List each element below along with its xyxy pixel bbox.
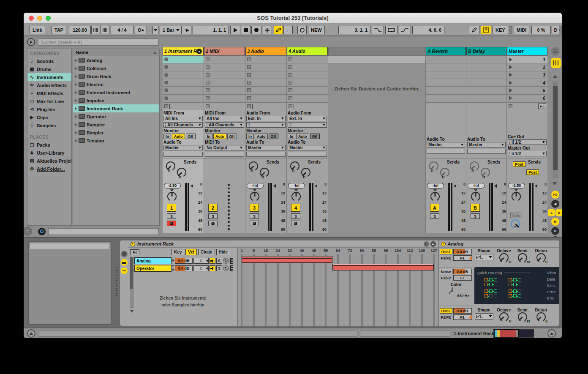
track-delay-field[interactable] [288, 152, 327, 157]
routing-option[interactable] [485, 289, 498, 298]
chain-row[interactable]: Analog0.0 dBCS↻ [134, 257, 237, 265]
pan-knob[interactable] [430, 192, 440, 201]
hide-zone-button[interactable]: Hide [216, 249, 231, 255]
clip-square-icon[interactable] [206, 96, 210, 100]
clip-square-icon[interactable] [289, 96, 292, 100]
save-preset-icon[interactable]: ● [430, 241, 436, 247]
chain-scrollbar[interactable] [130, 257, 133, 308]
hot-swap-icon[interactable]: ↻ [424, 241, 429, 247]
key-zone-button[interactable]: Key [172, 249, 184, 255]
pan-knob[interactable] [471, 192, 480, 201]
browser-item[interactable]: Electric [73, 80, 159, 88]
track-delay-field[interactable] [427, 149, 465, 154]
auto-select-button[interactable] [130, 249, 139, 255]
expand-icon[interactable] [75, 99, 77, 102]
computer-midi-keyboard-button[interactable] [481, 26, 491, 34]
clip-slot[interactable] [204, 56, 245, 63]
back-to-arrangement-button[interactable]: ≡ [538, 104, 546, 109]
monitor-in-button[interactable]: In [163, 134, 171, 139]
clip-slot[interactable] [163, 79, 204, 87]
input-type-menu[interactable]: Ext. In [288, 116, 327, 121]
volume-field[interactable]: -2.50 [508, 183, 525, 188]
solo-button[interactable]: S [430, 213, 439, 219]
capture-new-scene-button[interactable]: NEW [308, 26, 325, 34]
volume-field[interactable]: -Inf [247, 183, 264, 188]
record-button[interactable] [251, 26, 261, 34]
clip-square-icon[interactable] [289, 65, 292, 69]
scroll-up-icon[interactable] [553, 75, 557, 78]
track-activator[interactable]: B [471, 204, 480, 212]
search-input[interactable] [38, 38, 159, 46]
velocity-zone-editor[interactable]: 181624324048566472808896104112120127 [237, 248, 438, 326]
sends-section-toggle[interactable]: ◀ [551, 200, 559, 208]
clip-slot[interactable] [245, 63, 286, 71]
input-channel-menu[interactable]: All Channels [163, 122, 203, 128]
preview-headphone-icon[interactable]: Ω [38, 228, 46, 235]
clip-slot[interactable] [163, 56, 204, 63]
clip-slot[interactable] [204, 63, 245, 71]
routing-option[interactable] [509, 289, 522, 298]
output-type-menu[interactable]: Master [288, 145, 327, 150]
clip-square-icon[interactable] [247, 73, 251, 77]
monitor-auto-button[interactable]: Auto [213, 134, 226, 139]
osc2-toggle[interactable]: Osc2 [440, 308, 452, 314]
routing-option[interactable] [509, 278, 522, 287]
clip-slot[interactable] [163, 95, 204, 102]
chain-name[interactable]: Operator [134, 265, 172, 272]
place-item-packs[interactable]: ▢Packs [27, 141, 71, 149]
output-type-menu[interactable]: Master [427, 142, 465, 147]
browser-item[interactable]: Collision [73, 64, 159, 72]
scene-play-icon[interactable] [509, 73, 512, 77]
rack-title-bar[interactable]: Instrument Rack ↻ ● [128, 240, 438, 248]
arrangement-view-selector[interactable] [551, 47, 560, 56]
monitor-off-button[interactable]: Off [269, 134, 278, 139]
nudge-up-button[interactable] [101, 26, 109, 34]
clip-slot[interactable] [287, 95, 328, 102]
clip-slot[interactable] [287, 56, 328, 63]
clip-square-icon[interactable] [289, 73, 292, 77]
mixer-section-toggle[interactable]: M [551, 218, 559, 226]
osc1-shape-menu[interactable] [475, 254, 493, 260]
panel-resize-handle[interactable] [116, 268, 117, 297]
sends-returns-toggles[interactable]: SR [548, 209, 562, 216]
stop-button[interactable] [241, 26, 251, 34]
zoom-window-button[interactable] [46, 16, 51, 21]
noise-level[interactable]: 0.0 dB [453, 269, 472, 274]
key-map-button[interactable]: KEY [493, 26, 508, 34]
track-activator[interactable]: A [430, 204, 439, 212]
sidebar-item-instruments[interactable]: ∿Instruments [27, 73, 71, 81]
track-activator[interactable]: 3 [250, 204, 259, 212]
clip-stop-row[interactable] [245, 103, 286, 110]
list-header[interactable]: Name [73, 49, 159, 56]
solo-button[interactable]: S [208, 213, 218, 219]
output-type-menu[interactable]: Master [246, 145, 286, 150]
track-header[interactable]: A Reverb [426, 47, 466, 55]
clip-stop-icon[interactable] [164, 73, 168, 77]
clip-slot[interactable] [163, 63, 204, 71]
clip-square-icon[interactable] [206, 65, 210, 69]
clip-slot[interactable] [204, 95, 245, 102]
automation-arm-button[interactable] [274, 26, 283, 34]
solo-button[interactable]: S [471, 213, 480, 219]
osc1-toggle[interactable]: Osc1 [440, 249, 452, 254]
osc1-filter-route[interactable]: F1 [453, 255, 472, 261]
arm-button[interactable] [208, 221, 218, 226]
browser-item[interactable]: Drum Rack [73, 72, 159, 80]
sidebar-item-drums[interactable]: ▦Drums [27, 65, 71, 73]
clip-slot[interactable] [287, 63, 328, 71]
draw-mode-button[interactable] [469, 26, 479, 34]
velocity-zone-bar[interactable] [332, 266, 434, 270]
scene-play-icon[interactable] [509, 57, 512, 62]
clip-slot[interactable] [245, 71, 286, 79]
track-activator[interactable]: 2 [208, 204, 218, 212]
track-delay-field[interactable] [163, 152, 203, 157]
midi-map-button[interactable]: MIDI [514, 26, 529, 34]
clip-stop-icon[interactable] [164, 96, 168, 100]
clip-slot[interactable] [245, 87, 286, 94]
routing-option[interactable] [485, 278, 498, 287]
place-item-aktuelles-projekt[interactable]: ▤Aktuelles Projekt [27, 157, 71, 165]
unfold-track-button[interactable] [196, 49, 202, 54]
scene-row[interactable]: 4 [507, 79, 547, 87]
loop-start-field[interactable]: 3. 1. 1 [338, 26, 370, 34]
sidebar-item-sounds[interactable]: ♪Sounds [27, 57, 71, 65]
